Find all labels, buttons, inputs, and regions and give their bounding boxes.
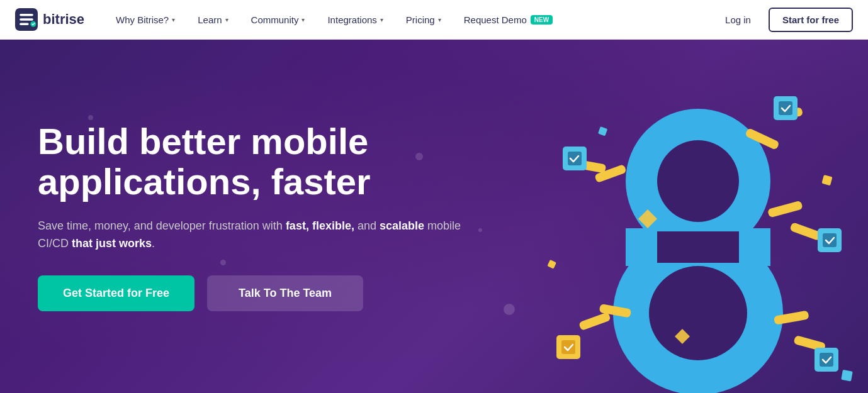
svg-rect-3 [20, 23, 28, 25]
chevron-down-icon: ▾ [438, 16, 441, 23]
logo-link[interactable]: bitrise [15, 8, 84, 31]
svg-rect-10 [657, 231, 739, 263]
nav-item-community[interactable]: Community ▾ [240, 0, 317, 40]
chevron-down-icon: ▾ [302, 16, 305, 23]
hero-illustration-svg [503, 77, 868, 393]
svg-rect-19 [767, 201, 803, 218]
hero-section: Build better mobile applications, faster… [0, 40, 868, 393]
nav-links: Why Bitrise? ▾ Learn ▾ Community ▾ Integ… [104, 0, 718, 40]
nav-item-request-demo[interactable]: Request Demo NEW [453, 0, 564, 40]
login-button[interactable]: Log in [718, 9, 758, 30]
svg-rect-2 [20, 18, 33, 21]
svg-point-8 [649, 266, 747, 360]
svg-rect-22 [823, 233, 837, 247]
svg-rect-33 [598, 126, 607, 136]
talk-to-team-button[interactable]: Talk To The Team [207, 275, 363, 311]
svg-rect-24 [578, 312, 611, 331]
svg-rect-34 [821, 175, 832, 185]
nav-item-integrations[interactable]: Integrations ▾ [316, 0, 394, 40]
svg-rect-1 [20, 14, 33, 16]
nav-item-why-bitrise[interactable]: Why Bitrise? ▾ [104, 0, 186, 40]
nav-item-learn[interactable]: Learn ▾ [186, 0, 239, 40]
svg-rect-36 [547, 260, 556, 269]
bitrise-logo-icon [15, 8, 38, 31]
svg-point-6 [657, 140, 739, 222]
chevron-down-icon: ▾ [225, 16, 228, 23]
svg-rect-18 [779, 101, 792, 115]
start-free-button[interactable]: Start for free [769, 8, 853, 32]
hero-buttons: Get Started for Free Talk To The Team [38, 275, 491, 311]
nav-right: Log in Start for free [718, 8, 853, 32]
chevron-down-icon: ▾ [380, 16, 383, 23]
svg-rect-30 [820, 353, 833, 367]
svg-rect-26 [561, 340, 575, 354]
hero-title: Build better mobile applications, faster [38, 121, 491, 202]
new-badge: NEW [531, 15, 553, 25]
hero-subtitle: Save time, money, and developer frustrat… [38, 217, 466, 253]
svg-rect-35 [841, 370, 853, 382]
hero-content: Build better mobile applications, faster… [38, 121, 491, 311]
get-started-button[interactable]: Get Started for Free [38, 275, 194, 311]
decorative-dot [88, 115, 93, 120]
logo-text: bitrise [43, 11, 84, 28]
nav-item-pricing[interactable]: Pricing ▾ [395, 0, 453, 40]
navigation: bitrise Why Bitrise? ▾ Learn ▾ Community… [0, 0, 868, 40]
svg-rect-20 [789, 222, 822, 241]
hero-illustration [503, 77, 868, 393]
chevron-down-icon: ▾ [172, 16, 175, 23]
